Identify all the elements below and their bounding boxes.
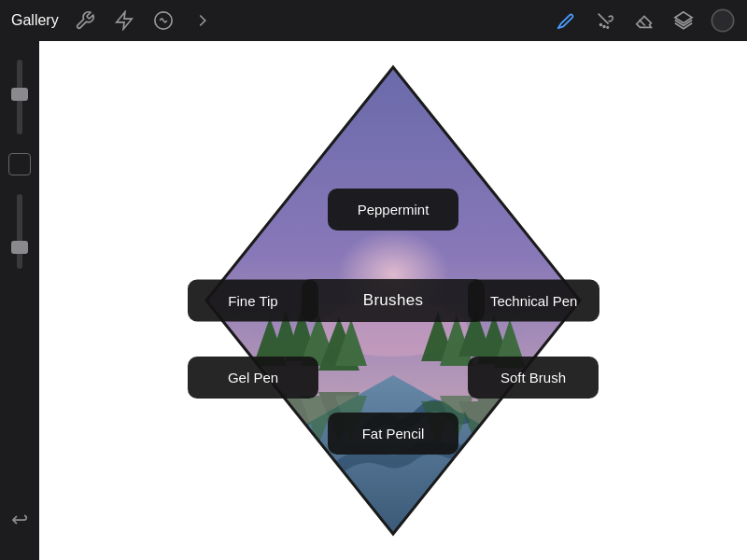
undo-button[interactable]: ↩ [11, 508, 28, 532]
color-square-button[interactable] [8, 153, 31, 175]
toolbar-left: Gallery [11, 7, 216, 34]
sidebar-top [8, 60, 31, 269]
wrench-icon[interactable] [72, 7, 98, 34]
fat-pencil-button[interactable]: Fat Pencil [328, 413, 458, 455]
svg-point-5 [712, 9, 733, 31]
brushes-center-label: Brushes [302, 279, 485, 322]
svg-point-2 [603, 26, 605, 28]
fine-tip-button[interactable]: Fine Tip [188, 280, 318, 322]
toolbar-right [553, 7, 736, 34]
eraser-icon[interactable] [631, 7, 657, 34]
svg-marker-24 [253, 394, 287, 445]
arrow-icon[interactable] [190, 7, 216, 34]
airbrush-icon[interactable] [592, 7, 618, 34]
layers-icon[interactable] [670, 7, 697, 34]
gel-pen-button[interactable]: Gel Pen [188, 357, 318, 399]
sidebar: ↩ [0, 41, 39, 560]
svg-point-3 [607, 27, 608, 28]
s-tool-icon[interactable] [150, 7, 176, 34]
opacity-slider[interactable] [17, 60, 22, 134]
flash-icon[interactable] [111, 7, 137, 34]
svg-point-1 [600, 24, 602, 26]
gallery-button[interactable]: Gallery [11, 12, 59, 29]
peppermint-button[interactable]: Peppermint [328, 189, 458, 231]
soft-brush-button[interactable]: Soft Brush [468, 357, 599, 399]
size-slider[interactable] [17, 194, 22, 269]
color-circle[interactable] [710, 7, 736, 34]
size-thumb [11, 241, 28, 254]
opacity-thumb [11, 88, 28, 101]
technical-pen-button[interactable]: Technical Pen [468, 280, 599, 322]
canvas-area: Brushes Peppermint Fine Tip Technical Pe… [39, 41, 747, 560]
pen-blue-icon[interactable] [553, 7, 579, 34]
toolbar: Gallery [0, 0, 747, 41]
svg-marker-0 [116, 12, 132, 29]
